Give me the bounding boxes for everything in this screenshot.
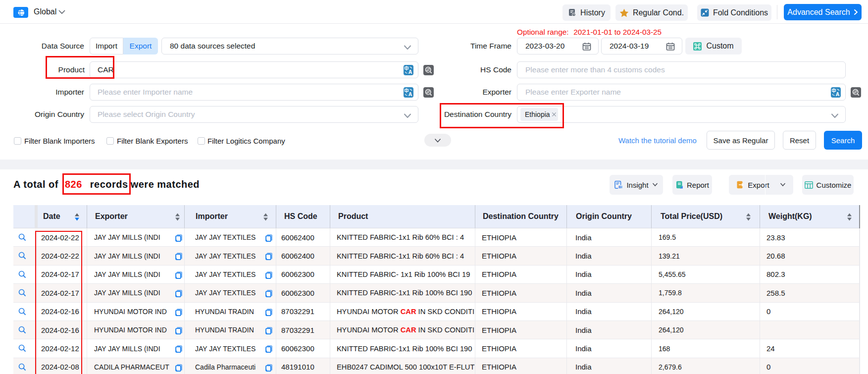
svg-text:BI: BI — [618, 185, 622, 189]
svg-text:A: A — [836, 91, 840, 97]
svg-text:A: A — [408, 91, 412, 97]
svg-text:A: A — [408, 69, 412, 75]
